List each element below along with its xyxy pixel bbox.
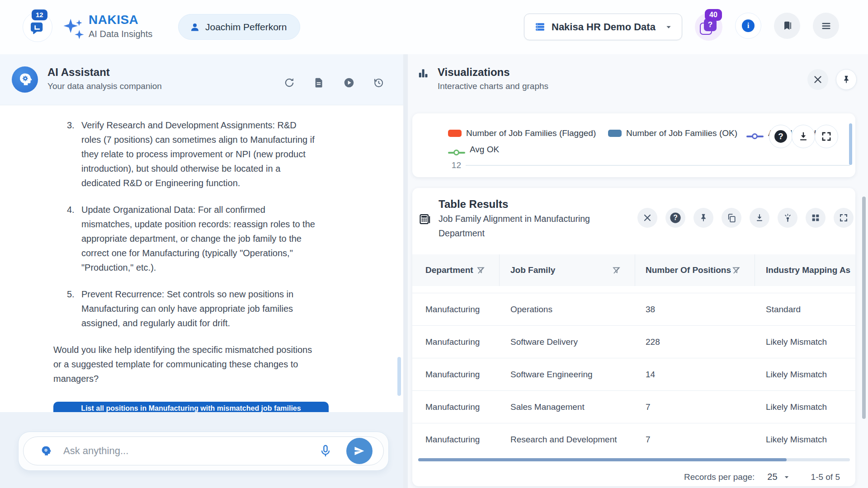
document-icon[interactable] [313,77,325,89]
download-icon [755,213,764,223]
user-name: Joachim Pefferkorn [205,22,287,33]
fullscreen-icon [839,213,849,223]
table-results-subtitle: Job Family Alignment in Manufacturing De… [439,211,616,240]
table-close-button[interactable] [637,208,657,228]
download-icon [797,131,809,142]
table-grid-view-button[interactable] [806,208,826,228]
list-item-text: Update Organizational Data: For all conf… [81,202,318,275]
assistant-list-item: 5.Prevent Recurrence: Set controls so ne… [67,287,403,330]
table-pin-button[interactable] [693,208,713,228]
chart-scrollbar-thumb[interactable] [849,123,852,165]
history-icon[interactable] [373,77,384,89]
bar-chart-icon [417,67,429,79]
table-cell: Sales Management [500,402,635,412]
dataset-selector[interactable]: Nakisa HR Demo Data [524,14,682,40]
column-header-job-family[interactable]: Job Family [500,254,635,286]
menu-button[interactable] [813,13,839,39]
table-highlight-button[interactable] [778,208,797,228]
table-cell: 228 [635,337,755,347]
unread-count-badge: 12 [32,9,47,20]
list-item-text: Verify Research and Development Assignme… [81,118,318,190]
person-icon [189,22,200,33]
ask-anything-input[interactable] [63,445,318,457]
table-toolbar: ? [637,208,854,228]
table-row: ManufacturingSales Management7Likely Mis… [412,390,855,423]
column-header-industry-mapping-as[interactable]: Industry Mapping As [755,254,855,286]
legend-line-avg-flagged [746,136,764,137]
table-help-button[interactable]: ? [665,208,685,228]
table-cell: Likely Mismatch [755,402,855,412]
table-results-card: Table Results Job Family Alignment in Ma… [412,188,855,486]
table-cell: Software Delivery [500,337,635,347]
dataset-name: Nakisa HR Demo Data [552,21,656,33]
send-button[interactable] [346,438,373,464]
svg-text:?: ? [673,214,678,221]
table-cell: Likely Mismatch [755,370,855,380]
table-cell: 38 [635,305,755,314]
column-header-department[interactable]: Department [412,254,500,286]
chat-logo-icon [29,21,46,37]
legend-item-ok[interactable]: Number of Job Families (OK) [608,128,737,138]
chart-help-button[interactable]: ? [769,125,793,148]
table-fullscreen-button[interactable] [834,208,854,228]
table-cell: Standard [755,305,855,314]
records-per-page-dropdown[interactable] [782,473,791,482]
table-h-scrollbar[interactable] [418,458,850,461]
table-cell: Manufacturing [412,305,500,314]
assistant-closing-question: Would you like help identifying the spec… [53,343,318,386]
table-cell: Operations [500,305,635,314]
refresh-icon[interactable] [283,77,295,89]
table-cell: Likely Mismatch [755,435,855,445]
legend-item-flagged[interactable]: Number of Job Families (Flagged) [448,128,596,138]
help-icon: ? [773,128,789,145]
head-gear-icon [17,72,33,87]
play-icon[interactable] [343,77,355,89]
table-download-button[interactable] [750,208,769,228]
filter-icon[interactable] [476,266,486,275]
right-panel-scrollbar-thumb[interactable] [862,197,866,419]
composer-area [0,412,403,488]
legend-label: Avg OK [470,145,499,155]
table-header-row: DepartmentJob FamilyNumber Of PositionsI… [412,254,855,286]
info-button[interactable]: i [735,13,761,39]
table-results-title: Table Results [439,198,508,211]
table-body: ManufacturingOperations38StandardManufac… [412,293,855,455]
pin-icon [698,213,708,223]
legend-item-avg-ok[interactable]: Avg OK [448,148,499,158]
composer-card [18,432,389,471]
visualizations-panel: Visualizations Interactive charts and gr… [408,54,868,488]
user-pill[interactable]: Joachim Pefferkorn [178,14,300,40]
chart-download-button[interactable] [792,125,815,148]
table-row: ManufacturingResearch and Development7Li… [412,423,855,455]
bookmarks-button[interactable] [774,13,800,39]
panel-divider [403,54,408,488]
table-copy-button[interactable] [722,208,741,228]
close-visualizations-button[interactable] [807,69,828,90]
filter-icon[interactable] [731,266,741,275]
suggestion-chip[interactable]: List all positions in Manufacturing with… [53,402,329,412]
app-window: 12 NAKISA AI Data Insights Joachim Peffe… [0,0,868,488]
chat-scrollbar-thumb[interactable] [397,357,401,396]
send-icon [353,445,366,457]
mic-icon[interactable] [318,444,333,458]
column-header-number-of-positions[interactable]: Number Of Positions [635,254,755,286]
list-item-number: 5. [67,287,81,330]
table-h-scrollbar-thumb[interactable] [418,458,787,461]
filter-icon[interactable] [612,266,621,275]
records-per-page-label: Records per page: [684,472,755,482]
pin-visualizations-button[interactable] [836,69,857,90]
brand-name: NAKISA [89,13,138,27]
legend-label: Number of Job Families (OK) [626,128,737,138]
ai-assistant-panel: AI Assistant Your data analysis companio… [0,54,403,488]
hamburger-icon [820,20,832,32]
flashlight-icon [783,213,793,223]
table-cell: Manufacturing [412,435,500,445]
chart-fullscreen-button[interactable] [815,125,838,148]
chart-gridline [466,165,850,166]
records-per-page-value[interactable]: 25 [767,472,777,482]
pagination-range: 1-5 of 5 [811,472,840,482]
visualizations-title: Visualizations [438,66,510,79]
list-item-number: 3. [67,118,81,190]
svg-text:?: ? [778,131,783,141]
dataset-list-icon [534,21,546,33]
